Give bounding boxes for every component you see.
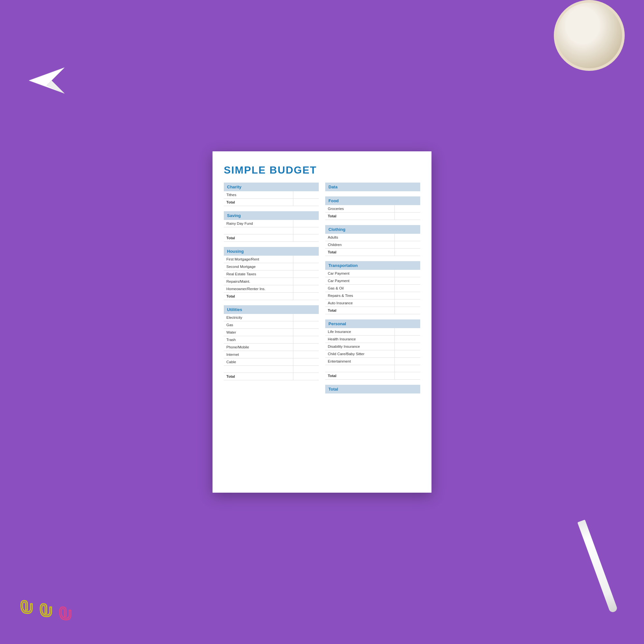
row-value[interactable] (394, 307, 420, 314)
row-value[interactable] (394, 270, 420, 277)
section-header-charity: Charity (224, 183, 319, 191)
document-title: SIMPLE BUDGET (224, 164, 420, 176)
table-row: Total (325, 213, 420, 220)
table-row: Internet (224, 351, 319, 358)
row-label: Total (224, 199, 293, 206)
row-label: Homeowner/Renter Ins. (224, 285, 293, 292)
table-row: Entertainment (325, 358, 420, 365)
row-value[interactable] (394, 205, 420, 212)
row-value[interactable] (293, 351, 319, 358)
row-value[interactable] (293, 293, 319, 300)
row-value[interactable] (293, 336, 319, 343)
row-label: Auto Insurance (325, 299, 394, 307)
table-row: First Mortgage/Rent (224, 256, 319, 263)
row-value[interactable] (394, 328, 420, 335)
table-row: Total (224, 234, 319, 242)
table-row: Trash (224, 336, 319, 344)
row-value[interactable] (293, 358, 319, 365)
row-value[interactable] (293, 329, 319, 336)
row-label: Trash (224, 336, 293, 343)
row-value[interactable] (293, 373, 319, 380)
row-value[interactable] (394, 343, 420, 350)
row-value[interactable] (293, 227, 319, 234)
row-label: Second Mortgage (224, 263, 293, 270)
row-value[interactable] (394, 285, 420, 292)
table-row: Adults (325, 234, 420, 241)
row-label: Rainy Day Fund (224, 220, 293, 227)
row-value[interactable] (293, 321, 319, 328)
row-value[interactable] (394, 234, 420, 241)
row-value[interactable] (293, 314, 319, 321)
paper-plane-decoration (26, 64, 68, 97)
row-label (224, 366, 293, 373)
section-header-personal: Personal (325, 319, 420, 328)
table-row: Total (224, 373, 319, 380)
row-value[interactable] (293, 344, 319, 351)
table-row: Total (325, 372, 420, 380)
budget-document: SIMPLE BUDGET CharityTithesTotalSavingRa… (213, 151, 431, 493)
row-value[interactable] (394, 249, 420, 256)
row-value[interactable] (394, 299, 420, 307)
table-row: Life Insurance (325, 328, 420, 336)
table-row: Electricity (224, 314, 319, 321)
row-value[interactable] (293, 220, 319, 227)
table-row: Child Care/Baby Sitter (325, 350, 420, 358)
row-label: Total (325, 372, 394, 379)
section-header-food: Food (325, 196, 420, 205)
table-row: Repairs/Maint. (224, 278, 319, 285)
section-header-saving: Saving (224, 211, 319, 220)
table-row: Real Estate Taxes (224, 270, 319, 278)
section-personal: PersonalLife InsuranceHealth InsuranceDi… (325, 319, 420, 380)
row-label: Cable (224, 358, 293, 365)
coffee-cup-decoration (554, 0, 625, 71)
row-value[interactable] (394, 350, 420, 357)
row-value[interactable] (293, 263, 319, 270)
table-row: Groceries (325, 205, 420, 213)
row-value[interactable] (293, 366, 319, 373)
section-header-clothing: Clothing (325, 225, 420, 234)
table-row: Health Insurance (325, 336, 420, 343)
table-row (224, 366, 319, 373)
row-value[interactable] (394, 213, 420, 220)
row-value[interactable] (293, 278, 319, 285)
row-label (224, 227, 293, 234)
row-label: Total (325, 213, 394, 220)
table-row: Children (325, 241, 420, 249)
row-value[interactable] (394, 365, 420, 372)
paperclips-decoration (19, 599, 74, 618)
row-value[interactable] (293, 199, 319, 206)
section-header-grand-total: Total (325, 385, 420, 393)
table-row: Cable (224, 358, 319, 366)
table-row: Total (325, 249, 420, 256)
table-row: Disability Insurance (325, 343, 420, 350)
row-value[interactable] (394, 277, 420, 284)
row-value[interactable] (293, 256, 319, 263)
section-charity: CharityTithesTotal (224, 183, 319, 206)
section-utilities: UtilitiesElectricityGasWaterTrashPhone/M… (224, 305, 319, 380)
row-label: First Mortgage/Rent (224, 256, 293, 263)
section-saving: SavingRainy Day FundTotal (224, 211, 319, 242)
budget-columns: CharityTithesTotalSavingRainy Day FundTo… (224, 183, 420, 399)
row-value[interactable] (394, 358, 420, 365)
pen-decoration (577, 520, 618, 613)
row-value[interactable] (293, 270, 319, 278)
section-housing: HousingFirst Mortgage/RentSecond Mortgag… (224, 247, 319, 300)
table-row: Water (224, 329, 319, 336)
row-value[interactable] (293, 191, 319, 198)
row-value[interactable] (293, 234, 319, 241)
row-value[interactable] (394, 241, 420, 248)
row-value[interactable] (394, 292, 420, 299)
table-row: Total (325, 307, 420, 314)
table-row: Homeowner/Renter Ins. (224, 285, 319, 293)
row-label: Entertainment (325, 358, 394, 365)
row-label: Water (224, 329, 293, 336)
section-clothing: ClothingAdultsChildrenTotal (325, 225, 420, 256)
row-label: Total (224, 234, 293, 241)
table-row: Gas (224, 321, 319, 329)
row-value[interactable] (394, 336, 420, 343)
table-row: Repairs & Tires (325, 292, 420, 299)
table-row: Car Payment (325, 270, 420, 277)
row-value[interactable] (394, 372, 420, 379)
row-value[interactable] (293, 285, 319, 292)
row-label: Total (224, 293, 293, 300)
